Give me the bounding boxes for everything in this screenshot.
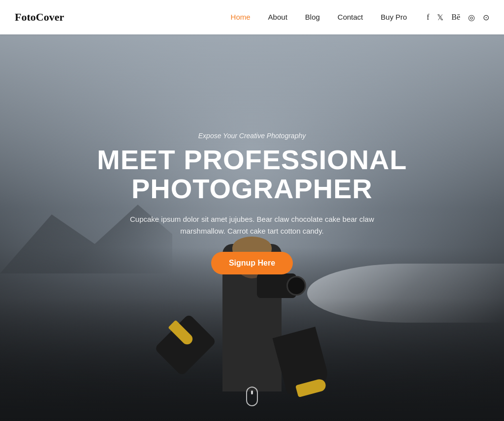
nav-link-blog[interactable]: Blog (305, 13, 320, 21)
instagram-icon[interactable]: ◎ (468, 13, 475, 22)
scroll-indicator (246, 387, 258, 406)
facebook-icon[interactable]: f (427, 13, 429, 22)
nav-link-about[interactable]: About (268, 13, 287, 21)
nav-item-home[interactable]: Home (231, 13, 251, 22)
hero-title: MEET PROFESSIONAL PHOTOGRAPHER (10, 146, 494, 204)
other-icon[interactable]: ⊙ (483, 13, 489, 22)
hero-description: Cupcake ipsum dolor sit amet jujubes. Be… (129, 213, 375, 237)
scroll-pill (246, 387, 258, 406)
nav-link-home[interactable]: Home (231, 13, 251, 21)
nav-item-blog[interactable]: Blog (305, 13, 320, 22)
signup-button[interactable]: Signup Here (211, 252, 293, 274)
camera-lens (286, 276, 306, 296)
behance-icon[interactable]: Bē (451, 13, 460, 22)
nav-link-buypro[interactable]: Buy Pro (381, 13, 407, 21)
social-icons: f 𝕏 Bē ◎ ⊙ (427, 13, 489, 22)
hero-subtitle: Expose Your Creative Photography (10, 132, 494, 140)
nav-links: Home About Blog Contact Buy Pro (231, 13, 407, 22)
hero-content: Expose Your Creative Photography MEET PR… (0, 132, 504, 274)
shoe-left (168, 320, 194, 346)
nav-item-contact[interactable]: Contact (338, 13, 363, 22)
nav-item-buypro[interactable]: Buy Pro (381, 13, 407, 22)
camera-body (257, 273, 296, 298)
scroll-dot (251, 391, 253, 394)
hero-section: Expose Your Creative Photography MEET PR… (0, 34, 504, 421)
nav-item-about[interactable]: About (268, 13, 287, 22)
nav-link-contact[interactable]: Contact (338, 13, 363, 21)
navbar: FotoCover Home About Blog Contact Buy Pr… (0, 0, 504, 34)
brand-logo[interactable]: FotoCover (15, 11, 64, 24)
twitter-icon[interactable]: 𝕏 (437, 13, 443, 22)
